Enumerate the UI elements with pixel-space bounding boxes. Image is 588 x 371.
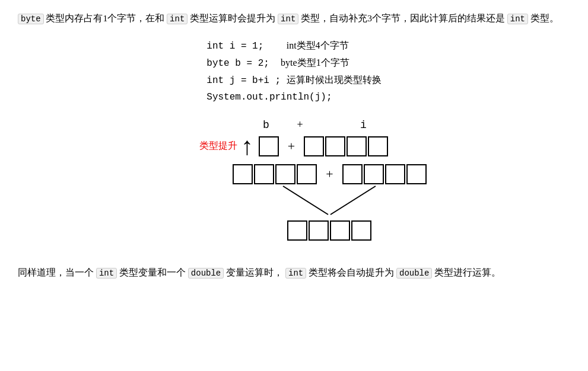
- i-box-2: [325, 136, 345, 156]
- code-line-4: System.out.println(j);: [206, 89, 381, 105]
- type-diagram: b + i 类型提升 ↑ +: [161, 119, 427, 241]
- variable-labels-row: b + i: [250, 119, 408, 131]
- b-box-row1: [258, 136, 279, 157]
- svg-line-1: [330, 186, 376, 215]
- plus-row2: +: [326, 167, 333, 182]
- int-code-2: int: [278, 14, 298, 24]
- row1-boxes: 类型提升 ↑ +: [199, 134, 389, 159]
- code-text-1: int i = 1;: [206, 38, 286, 55]
- type-upgrade-group: 类型提升 ↑: [199, 134, 253, 159]
- code-text-4: System.out.println(j);: [206, 89, 332, 105]
- b-label: b: [250, 119, 281, 131]
- code-text-2: byte b = 2;: [206, 55, 281, 72]
- i-boxes-row1: [303, 136, 389, 157]
- int-code-3: int: [507, 14, 528, 24]
- row2-boxes: +: [232, 164, 427, 185]
- v-lines-container: [240, 185, 418, 220]
- up-arrow-icon: ↑: [241, 134, 253, 159]
- int-code-bottom-1: int: [96, 268, 117, 279]
- i2-box-4: [406, 164, 427, 184]
- int-code-bottom-2: int: [285, 268, 306, 279]
- result-box-4: [351, 220, 371, 241]
- code-line-2: byte b = 2; byte类型1个字节: [206, 55, 381, 72]
- top-paragraph: byte 类型内存占有1个字节，在和 int 类型运算时会提升为 int 类型，…: [18, 11, 570, 27]
- b2-box-1: [233, 164, 253, 184]
- code-block: int i = 1; int类型4个字节 byte b = 2; byte类型1…: [206, 37, 381, 105]
- code-line-3: int j = b+i ; 运算时候出现类型转换: [206, 72, 381, 89]
- svg-line-0: [283, 186, 328, 215]
- comment-1: int类型4个字节: [287, 37, 349, 54]
- bottom-paragraph: 同样道理，当一个 int 类型变量和一个 double 变量运算时， int 类…: [18, 265, 570, 281]
- result-box-3: [330, 220, 350, 241]
- i-box-3: [347, 136, 367, 156]
- top-text-content: byte 类型内存占有1个字节，在和 int 类型运算时会提升为 int 类型，…: [18, 13, 559, 23]
- result-box-1: [287, 220, 307, 241]
- plus-label: +: [281, 119, 318, 131]
- i2-box-3: [385, 164, 405, 184]
- double-code-bottom-2: double: [396, 268, 432, 279]
- byte-code-1: byte: [18, 14, 44, 24]
- b-box-1: [259, 136, 279, 156]
- b2-box-3: [275, 164, 295, 184]
- comment-2: byte类型1个字节: [281, 55, 349, 71]
- result-box-2: [309, 220, 329, 241]
- comment-3: 运算时候出现类型转换: [287, 72, 382, 88]
- i2-box-2: [364, 164, 384, 184]
- b2-box-2: [254, 164, 274, 184]
- code-lines: int i = 1; int类型4个字节 byte b = 2; byte类型1…: [206, 37, 381, 105]
- code-text-3: int j = b+i ;: [206, 72, 286, 89]
- i2-box-1: [342, 164, 363, 184]
- b2-box-4: [297, 164, 317, 184]
- code-line-1: int i = 1; int类型4个字节: [206, 37, 381, 55]
- i-box-4: [368, 136, 388, 156]
- i-boxes-row2: [342, 164, 427, 185]
- v-lines-svg: [240, 185, 418, 218]
- i-label: i: [318, 119, 408, 131]
- double-code-bottom-1: double: [188, 268, 224, 279]
- int-code-1: int: [167, 14, 187, 24]
- row3-result: [287, 220, 372, 241]
- i-box-1: [304, 136, 324, 156]
- b-boxes-row2: [232, 164, 317, 185]
- plus-row1: +: [288, 139, 295, 154]
- type-upgrade-label: 类型提升: [199, 140, 237, 152]
